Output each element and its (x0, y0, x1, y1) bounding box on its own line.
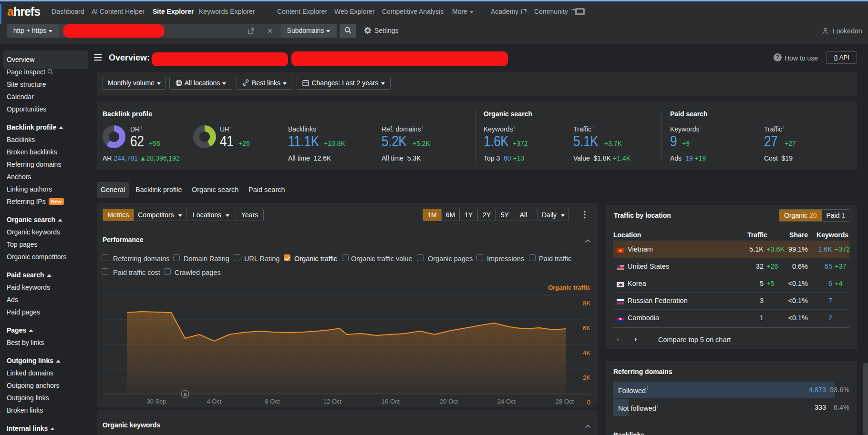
svg-text:6K: 6K (583, 324, 590, 332)
svg-text:12 Oct: 12 Oct (323, 398, 342, 405)
svg-text:30 Sep: 30 Sep (146, 398, 166, 405)
svg-text:20 Oct: 20 Oct (440, 398, 458, 405)
svg-text:★: ★ (619, 248, 622, 253)
svg-text:28 Oct: 28 Oct (556, 398, 574, 405)
svg-text:0: 0 (587, 399, 590, 406)
svg-text:16 Oct: 16 Oct (382, 398, 400, 405)
svg-text:8 Oct: 8 Oct (265, 398, 279, 405)
svg-text:a: a (184, 391, 187, 397)
svg-text:24 Oct: 24 Oct (497, 398, 516, 405)
svg-text:4 Oct: 4 Oct (207, 398, 221, 405)
svg-text:2K: 2K (583, 374, 590, 381)
svg-text:4K: 4K (583, 349, 590, 356)
svg-text:8K: 8K (583, 300, 590, 307)
